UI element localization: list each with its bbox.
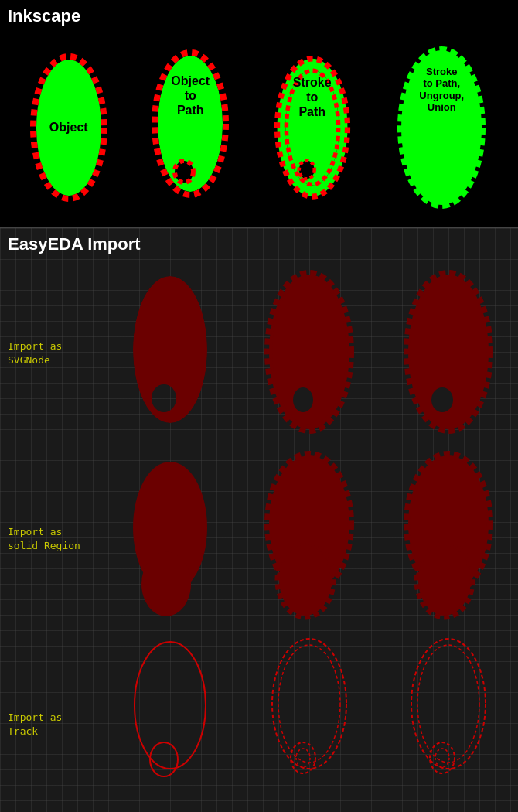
- svg-point-46: [411, 639, 486, 769]
- r3c2-svg: [124, 636, 216, 812]
- row1-label: Import asSVGNode: [0, 261, 101, 446]
- shape3-label: Stroketo Path: [293, 75, 332, 120]
- row3-col4: [379, 632, 518, 812]
- svg-point-45: [296, 749, 310, 767]
- inkscape-shapes: Object: [0, 32, 518, 222]
- shape1-wrapper: Object: [30, 50, 107, 205]
- shape2-svg: [152, 46, 229, 209]
- row2-col4: [379, 446, 518, 632]
- r2c3-svg: [263, 450, 356, 628]
- r1c2-svg: [124, 268, 216, 438]
- shape-stroke-to-path: Stroketo Path: [274, 50, 351, 205]
- row2-col3: [240, 446, 379, 632]
- svg-point-48: [430, 742, 455, 773]
- shape-union: Stroketo Path,Ungroup,Union: [395, 50, 488, 205]
- inkscape-section: Inkscape Object: [0, 0, 518, 228]
- svg-point-31: [141, 551, 191, 616]
- svg-point-20: [133, 276, 207, 423]
- r3c3-svg: [263, 636, 356, 812]
- shape3-svg: [274, 44, 351, 210]
- row2-col2: [101, 446, 240, 632]
- inkscape-title: Inkscape: [0, 0, 518, 32]
- easyeda-section: EasyEDA Import Import asSVGNode: [0, 228, 518, 812]
- svg-point-41: [150, 742, 178, 776]
- easyeda-grid: Import asSVGNode: [0, 261, 518, 812]
- row3-col3: [240, 632, 379, 812]
- shape2-wrapper: Objectto Path: [152, 50, 229, 205]
- svg-point-25: [272, 279, 346, 425]
- easyeda-title: EasyEDA Import: [0, 228, 518, 261]
- svg-point-42: [272, 639, 346, 769]
- shape3-wrapper: Stroketo Path: [274, 50, 351, 205]
- row1-col4: [379, 261, 518, 446]
- row1-col2: [101, 261, 240, 446]
- shape4-wrapper: Stroketo Path,Ungroup,Union: [395, 50, 488, 205]
- shape2-label: Objectto Path: [171, 73, 210, 118]
- shape-object: Object: [30, 50, 107, 205]
- r2c4-svg: [402, 450, 495, 628]
- r2c2-svg: [124, 454, 216, 624]
- svg-point-40: [135, 642, 206, 769]
- shape4-label: Stroketo Path,Ungroup,Union: [419, 66, 464, 114]
- shape1-label: Object: [49, 120, 88, 135]
- svg-point-49: [435, 749, 449, 767]
- shape-object-to-path: Objectto Path: [152, 50, 229, 205]
- row3-label: Import asTrack: [0, 632, 101, 812]
- r3c4-svg: [402, 636, 495, 812]
- r1c3-svg: [263, 268, 356, 438]
- row2-label: Import assolid Region: [0, 446, 101, 632]
- r1c4-svg: [402, 268, 495, 438]
- row1-col3: [240, 261, 379, 446]
- svg-point-44: [291, 742, 315, 773]
- svg-point-29: [431, 387, 453, 412]
- row3-col2: [101, 632, 240, 812]
